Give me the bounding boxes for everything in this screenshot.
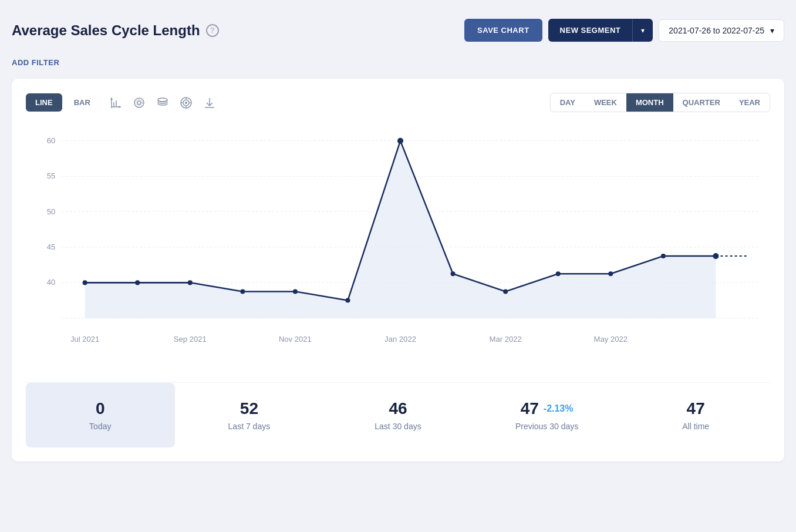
data-point [608, 271, 613, 276]
stat-today-value: 0 [40, 399, 161, 418]
download-icon-button[interactable] [203, 96, 216, 109]
stats-row: 0 Today 52 Last 7 days 46 Last 30 days 4… [26, 382, 770, 447]
svg-text:50: 50 [47, 207, 56, 216]
download-icon [203, 96, 216, 109]
svg-text:Nov 2021: Nov 2021 [279, 335, 312, 344]
stat-prev30-value: 47 -2.13% [487, 399, 608, 418]
chart-card: LINE BAR [12, 79, 784, 462]
period-week-button[interactable]: WEEK [585, 93, 626, 112]
data-point [345, 298, 350, 303]
page-title: Average Sales Cycle Length [12, 22, 200, 39]
stat-last7: 52 Last 7 days [175, 383, 324, 447]
period-year-button[interactable]: YEAR [730, 93, 770, 112]
target-icon-button[interactable] [180, 96, 193, 109]
data-point [135, 280, 140, 285]
stat-last7-label: Last 7 days [189, 422, 310, 431]
date-range-text: 2021-07-26 to 2022-07-25 [669, 26, 764, 35]
page-header: Average Sales Cycle Length ? SAVE CHART … [12, 12, 784, 49]
data-point-end [713, 253, 719, 259]
target-icon [180, 96, 193, 109]
gauge-icon-button[interactable] [133, 96, 146, 109]
stat-last30-label: Last 30 days [338, 422, 458, 431]
data-point-peak [397, 138, 403, 144]
header-right: SAVE CHART NEW SEGMENT ▾ 2021-07-26 to 2… [464, 19, 784, 42]
data-point [240, 289, 245, 294]
data-point [83, 280, 87, 285]
stat-last7-value: 52 [189, 399, 310, 418]
svg-text:May 2022: May 2022 [594, 335, 628, 344]
date-range-chevron-icon: ▾ [770, 26, 774, 35]
data-point [556, 271, 561, 276]
chart-icons [109, 96, 216, 109]
data-point [293, 289, 298, 294]
date-range-button[interactable]: 2021-07-26 to 2022-07-25 ▾ [659, 19, 784, 42]
data-point [188, 280, 193, 285]
svg-text:Mar 2022: Mar 2022 [490, 335, 522, 344]
svg-point-5 [137, 101, 141, 105]
chart-type-buttons: LINE BAR [26, 93, 100, 112]
chart-toolbar: LINE BAR [26, 93, 770, 112]
svg-text:55: 55 [47, 171, 56, 180]
svg-text:45: 45 [47, 243, 56, 251]
period-buttons: DAY WEEK MONTH QUARTER YEAR [550, 93, 770, 112]
header-left: Average Sales Cycle Length ? [12, 22, 219, 39]
new-segment-dropdown-icon[interactable]: ▾ [632, 19, 653, 42]
chart-fill-area [85, 141, 716, 318]
period-day-button[interactable]: DAY [551, 93, 585, 112]
stat-prev30-change: -2.13% [544, 403, 574, 414]
new-segment-button[interactable]: NEW SEGMENT ▾ [548, 19, 653, 42]
axis-icon-button[interactable] [109, 96, 122, 109]
page-container: Average Sales Cycle Length ? SAVE CHART … [12, 12, 784, 462]
gauge-icon [133, 96, 146, 109]
stack-icon [156, 96, 169, 109]
stat-today: 0 Today [26, 383, 175, 447]
line-chart-button[interactable]: LINE [26, 93, 62, 112]
svg-text:Sep 2021: Sep 2021 [174, 335, 207, 344]
bar-chart-button[interactable]: BAR [65, 93, 100, 112]
period-quarter-button[interactable]: QUARTER [673, 93, 730, 112]
stat-last30-value: 46 [338, 399, 458, 418]
svg-text:Jul 2021: Jul 2021 [70, 335, 99, 344]
axis-icon [109, 96, 122, 109]
stat-alltime: 47 All time [621, 383, 770, 447]
stat-last30: 46 Last 30 days [323, 383, 473, 447]
line-chart-svg: 60 55 50 45 40 [26, 124, 770, 371]
svg-text:60: 60 [47, 136, 56, 145]
info-icon[interactable]: ? [206, 24, 219, 37]
stat-today-label: Today [40, 422, 161, 431]
svg-point-6 [136, 99, 142, 106]
stack-icon-button[interactable] [156, 96, 169, 109]
stat-prev30-label: Previous 30 days [487, 422, 608, 431]
save-chart-button[interactable]: SAVE CHART [464, 19, 542, 42]
svg-text:40: 40 [47, 278, 56, 287]
new-segment-label: NEW SEGMENT [548, 19, 633, 42]
period-month-button[interactable]: MONTH [626, 93, 673, 112]
chart-toolbar-left: LINE BAR [26, 93, 216, 112]
chart-area: 60 55 50 45 40 [26, 124, 770, 371]
svg-point-10 [185, 102, 187, 104]
add-filter-button[interactable]: ADD FILTER [12, 58, 784, 67]
data-point [661, 254, 666, 258]
data-point [503, 289, 508, 294]
stat-alltime-label: All time [635, 422, 756, 431]
svg-text:Jan 2022: Jan 2022 [384, 335, 416, 344]
stat-prev30: 47 -2.13% Previous 30 days [473, 383, 622, 447]
data-point [451, 271, 456, 276]
stat-alltime-value: 47 [635, 399, 756, 418]
